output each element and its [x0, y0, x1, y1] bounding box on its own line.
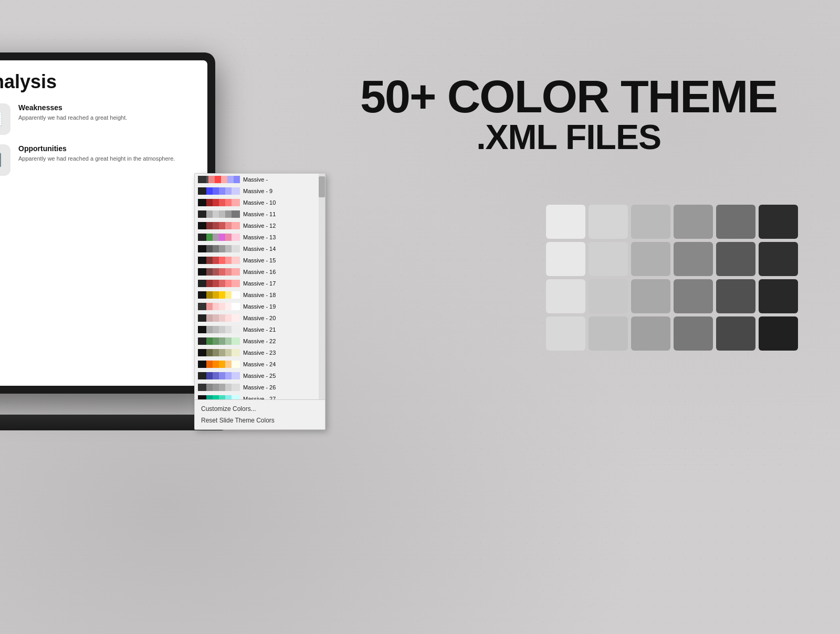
dropdown-item-label-5: Massive - 13: [243, 234, 276, 240]
dropdown-item-16[interactable]: Massive - 24: [195, 358, 325, 370]
color-square-15: [674, 279, 713, 313]
dropdown-item-15[interactable]: Massive - 23: [195, 347, 325, 358]
dropdown-item-8[interactable]: Massive - 16: [195, 266, 325, 278]
color-square-1: [589, 205, 628, 239]
reset-colors-button[interactable]: Reset Slide Theme Colors: [200, 415, 320, 426]
heading-line2: .XML FILES: [360, 120, 777, 154]
main-heading-block: 50+ COLOR THEME .XML FILES: [360, 73, 777, 154]
dropdown-item-18[interactable]: Massive - 26: [195, 382, 325, 393]
color-square-2: [631, 205, 670, 239]
color-square-0: [546, 205, 585, 239]
color-square-11: [759, 242, 798, 276]
color-square-17: [759, 279, 798, 313]
dropdown-item-4[interactable]: Massive - 12: [195, 220, 325, 231]
customize-colors-button[interactable]: Customize Colors...: [200, 403, 320, 415]
swot-item-weakness: 📊 W Weaknesses Apparently we had reached…: [0, 103, 194, 135]
color-square-20: [631, 316, 670, 351]
dropdown-item-label-14: Massive - 22: [243, 338, 276, 344]
dropdown-item-label-13: Massive - 21: [243, 326, 276, 333]
dropdown-items-list: Massive -Massive - 9Massive - 10Massive …: [195, 174, 325, 399]
slide-title: Analysis: [0, 71, 194, 93]
dropdown-item-label-18: Massive - 26: [243, 384, 276, 390]
dropdown-item-1[interactable]: Massive - 9: [195, 185, 325, 197]
color-square-9: [674, 242, 713, 276]
dropdown-scrollbar[interactable]: [319, 174, 325, 399]
dropdown-item-label-11: Massive - 19: [243, 303, 276, 310]
color-square-10: [716, 242, 755, 276]
color-square-14: [631, 279, 670, 313]
color-square-19: [589, 316, 628, 351]
dropdown-footer: Customize Colors... Reset Slide Theme Co…: [195, 399, 325, 429]
weakness-description: Apparently we had reached a great height…: [18, 114, 127, 122]
dropdown-item-5[interactable]: Massive - 13: [195, 231, 325, 243]
laptop-screen: Analysis 📊 W Weaknesses Apparently we ha…: [0, 60, 207, 386]
color-square-6: [546, 242, 585, 276]
dropdown-item-label-4: Massive - 12: [243, 223, 276, 229]
laptop-frame: Analysis 📊 W Weaknesses Apparently we ha…: [0, 52, 215, 394]
dropdown-item-12[interactable]: Massive - 20: [195, 312, 325, 324]
dropdown-item-label-7: Massive - 15: [243, 257, 276, 263]
color-square-4: [716, 205, 755, 239]
color-swatches-grid: [546, 205, 798, 351]
dropdown-item-11[interactable]: Massive - 19: [195, 301, 325, 312]
color-square-3: [674, 205, 713, 239]
color-square-7: [589, 242, 628, 276]
dropdown-item-label-1: Massive - 9: [243, 188, 272, 194]
dropdown-item-19[interactable]: Massive - 27: [195, 393, 325, 399]
dropdown-item-10[interactable]: Massive - 18: [195, 289, 325, 301]
weakness-heading: Weaknesses: [18, 103, 127, 112]
dropdown-item-6[interactable]: Massive - 14: [195, 243, 325, 255]
dropdown-item-label-12: Massive - 20: [243, 315, 276, 321]
color-square-8: [631, 242, 670, 276]
dropdown-item-label-19: Massive - 27: [243, 396, 276, 399]
slide-content: Analysis 📊 W Weaknesses Apparently we ha…: [0, 60, 207, 386]
dropdown-item-label-10: Massive - 18: [243, 292, 276, 298]
color-square-21: [674, 316, 713, 351]
dropdown-item-label-0: Massive -: [243, 176, 268, 183]
opportunity-heading: Opportunities: [18, 144, 175, 153]
weakness-icon-box: 📊 W: [0, 103, 10, 135]
color-square-23: [759, 316, 798, 351]
color-square-22: [716, 316, 755, 351]
dropdown-item-label-16: Massive - 24: [243, 361, 276, 367]
dropdown-item-label-8: Massive - 16: [243, 269, 276, 275]
opportunity-text: Opportunities Apparently we had reached …: [18, 144, 175, 163]
dropdown-item-label-6: Massive - 14: [243, 246, 276, 252]
dropdown-item-label-9: Massive - 17: [243, 280, 276, 287]
color-square-16: [716, 279, 755, 313]
dropdown-item-13[interactable]: Massive - 21: [195, 324, 325, 335]
opportunity-description: Apparently we had reached a great height…: [18, 155, 175, 163]
dropdown-item-17[interactable]: Massive - 25: [195, 370, 325, 382]
laptop-brand-label: MacBook Pro: [0, 398, 8, 404]
color-square-5: [759, 205, 798, 239]
swot-item-opportunity: 🗄️ O Opportunities Apparently we had rea…: [0, 144, 194, 176]
dropdown-item-label-3: Massive - 11: [243, 211, 276, 217]
dropdown-item-label-2: Massive - 10: [243, 199, 276, 206]
heading-line1: 50+ COLOR THEME: [360, 73, 777, 120]
color-square-12: [546, 279, 585, 313]
dropdown-item-0[interactable]: Massive -: [195, 174, 325, 185]
dropdown-item-label-15: Massive - 23: [243, 350, 276, 356]
dropdown-item-label-17: Massive - 25: [243, 373, 276, 379]
dropdown-item-7[interactable]: Massive - 15: [195, 255, 325, 266]
color-square-13: [589, 279, 628, 313]
weakness-text: Weaknesses Apparently we had reached a g…: [18, 103, 127, 122]
dropdown-item-3[interactable]: Massive - 11: [195, 208, 325, 220]
color-square-18: [546, 316, 585, 351]
dropdown-scroll-area[interactable]: Massive -Massive - 9Massive - 10Massive …: [195, 174, 325, 399]
dropdown-item-2[interactable]: Massive - 10: [195, 197, 325, 208]
dropdown-item-9[interactable]: Massive - 17: [195, 278, 325, 289]
opportunity-icon: 🗄️: [0, 153, 3, 167]
opportunity-icon-box: 🗄️ O: [0, 144, 10, 176]
color-theme-dropdown[interactable]: Massive -Massive - 9Massive - 10Massive …: [194, 173, 326, 430]
weakness-icon: 📊: [0, 112, 3, 126]
dropdown-item-14[interactable]: Massive - 22: [195, 335, 325, 347]
scrollbar-thumb[interactable]: [319, 176, 325, 197]
